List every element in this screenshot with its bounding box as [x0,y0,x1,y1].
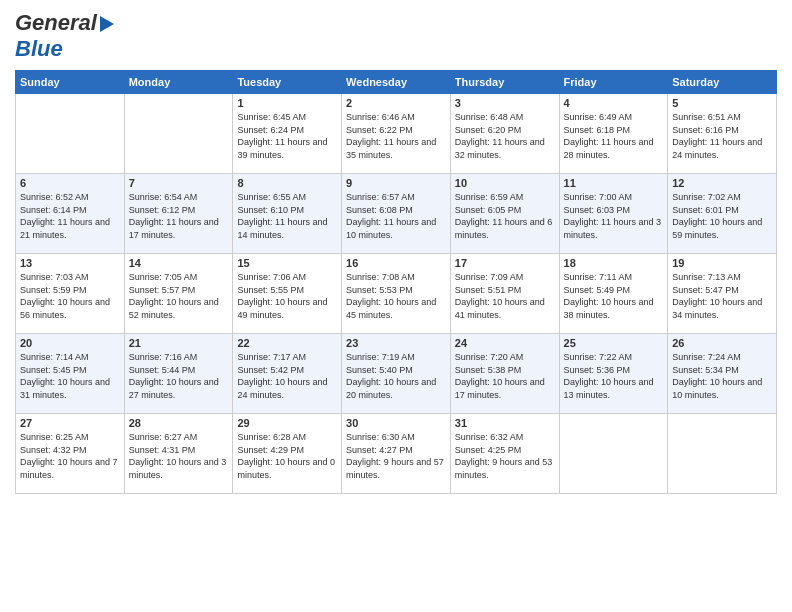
day-content: Sunrise: 6:48 AMSunset: 6:20 PMDaylight:… [455,112,545,160]
day-content: Sunrise: 7:03 AMSunset: 5:59 PMDaylight:… [20,272,110,320]
day-cell: 25Sunrise: 7:22 AMSunset: 5:36 PMDayligh… [559,334,668,414]
day-number: 13 [20,257,120,269]
day-cell: 10Sunrise: 6:59 AMSunset: 6:05 PMDayligh… [450,174,559,254]
day-cell: 15Sunrise: 7:06 AMSunset: 5:55 PMDayligh… [233,254,342,334]
day-content: Sunrise: 6:55 AMSunset: 6:10 PMDaylight:… [237,192,327,240]
day-content: Sunrise: 6:28 AMSunset: 4:29 PMDaylight:… [237,432,335,480]
day-number: 31 [455,417,555,429]
day-number: 17 [455,257,555,269]
day-cell: 11Sunrise: 7:00 AMSunset: 6:03 PMDayligh… [559,174,668,254]
day-cell: 22Sunrise: 7:17 AMSunset: 5:42 PMDayligh… [233,334,342,414]
day-content: Sunrise: 7:02 AMSunset: 6:01 PMDaylight:… [672,192,762,240]
day-number: 7 [129,177,229,189]
day-cell: 29Sunrise: 6:28 AMSunset: 4:29 PMDayligh… [233,414,342,494]
logo-general: General [15,10,97,36]
day-cell [559,414,668,494]
day-content: Sunrise: 7:13 AMSunset: 5:47 PMDaylight:… [672,272,762,320]
day-cell: 27Sunrise: 6:25 AMSunset: 4:32 PMDayligh… [16,414,125,494]
day-cell: 23Sunrise: 7:19 AMSunset: 5:40 PMDayligh… [342,334,451,414]
day-content: Sunrise: 6:46 AMSunset: 6:22 PMDaylight:… [346,112,436,160]
day-content: Sunrise: 6:49 AMSunset: 6:18 PMDaylight:… [564,112,654,160]
day-cell [668,414,777,494]
day-cell: 28Sunrise: 6:27 AMSunset: 4:31 PMDayligh… [124,414,233,494]
day-cell: 26Sunrise: 7:24 AMSunset: 5:34 PMDayligh… [668,334,777,414]
day-content: Sunrise: 7:05 AMSunset: 5:57 PMDaylight:… [129,272,219,320]
day-number: 14 [129,257,229,269]
day-cell: 2Sunrise: 6:46 AMSunset: 6:22 PMDaylight… [342,94,451,174]
day-cell: 5Sunrise: 6:51 AMSunset: 6:16 PMDaylight… [668,94,777,174]
day-cell: 19Sunrise: 7:13 AMSunset: 5:47 PMDayligh… [668,254,777,334]
day-content: Sunrise: 7:20 AMSunset: 5:38 PMDaylight:… [455,352,545,400]
day-cell: 14Sunrise: 7:05 AMSunset: 5:57 PMDayligh… [124,254,233,334]
header-cell-sunday: Sunday [16,71,125,94]
header-cell-wednesday: Wednesday [342,71,451,94]
header-cell-thursday: Thursday [450,71,559,94]
day-content: Sunrise: 6:25 AMSunset: 4:32 PMDaylight:… [20,432,118,480]
day-cell: 9Sunrise: 6:57 AMSunset: 6:08 PMDaylight… [342,174,451,254]
day-content: Sunrise: 6:45 AMSunset: 6:24 PMDaylight:… [237,112,327,160]
logo-blue: Blue [15,36,63,61]
header-cell-monday: Monday [124,71,233,94]
day-content: Sunrise: 6:30 AMSunset: 4:27 PMDaylight:… [346,432,444,480]
day-content: Sunrise: 6:54 AMSunset: 6:12 PMDaylight:… [129,192,219,240]
day-number: 29 [237,417,337,429]
day-number: 25 [564,337,664,349]
day-cell: 16Sunrise: 7:08 AMSunset: 5:53 PMDayligh… [342,254,451,334]
day-number: 2 [346,97,446,109]
header-cell-saturday: Saturday [668,71,777,94]
day-cell: 6Sunrise: 6:52 AMSunset: 6:14 PMDaylight… [16,174,125,254]
day-number: 6 [20,177,120,189]
header-row: SundayMondayTuesdayWednesdayThursdayFrid… [16,71,777,94]
day-content: Sunrise: 7:00 AMSunset: 6:03 PMDaylight:… [564,192,662,240]
day-content: Sunrise: 7:11 AMSunset: 5:49 PMDaylight:… [564,272,654,320]
day-content: Sunrise: 6:51 AMSunset: 6:16 PMDaylight:… [672,112,762,160]
day-number: 16 [346,257,446,269]
logo-arrow-icon [100,16,114,32]
day-number: 18 [564,257,664,269]
day-number: 11 [564,177,664,189]
day-number: 26 [672,337,772,349]
week-row-3: 13Sunrise: 7:03 AMSunset: 5:59 PMDayligh… [16,254,777,334]
day-content: Sunrise: 7:08 AMSunset: 5:53 PMDaylight:… [346,272,436,320]
calendar-container: General Blue SundayMondayTuesdayWednesda… [0,0,792,612]
day-content: Sunrise: 6:59 AMSunset: 6:05 PMDaylight:… [455,192,553,240]
day-cell [124,94,233,174]
day-content: Sunrise: 7:19 AMSunset: 5:40 PMDaylight:… [346,352,436,400]
day-number: 24 [455,337,555,349]
calendar-table: SundayMondayTuesdayWednesdayThursdayFrid… [15,70,777,494]
week-row-2: 6Sunrise: 6:52 AMSunset: 6:14 PMDaylight… [16,174,777,254]
week-row-1: 1Sunrise: 6:45 AMSunset: 6:24 PMDaylight… [16,94,777,174]
day-cell: 30Sunrise: 6:30 AMSunset: 4:27 PMDayligh… [342,414,451,494]
day-cell: 4Sunrise: 6:49 AMSunset: 6:18 PMDaylight… [559,94,668,174]
day-content: Sunrise: 7:17 AMSunset: 5:42 PMDaylight:… [237,352,327,400]
day-number: 4 [564,97,664,109]
day-number: 30 [346,417,446,429]
day-cell: 21Sunrise: 7:16 AMSunset: 5:44 PMDayligh… [124,334,233,414]
day-cell: 8Sunrise: 6:55 AMSunset: 6:10 PMDaylight… [233,174,342,254]
day-cell [16,94,125,174]
day-cell: 18Sunrise: 7:11 AMSunset: 5:49 PMDayligh… [559,254,668,334]
day-number: 27 [20,417,120,429]
day-cell: 13Sunrise: 7:03 AMSunset: 5:59 PMDayligh… [16,254,125,334]
day-content: Sunrise: 7:24 AMSunset: 5:34 PMDaylight:… [672,352,762,400]
week-row-4: 20Sunrise: 7:14 AMSunset: 5:45 PMDayligh… [16,334,777,414]
day-content: Sunrise: 6:27 AMSunset: 4:31 PMDaylight:… [129,432,227,480]
day-cell: 24Sunrise: 7:20 AMSunset: 5:38 PMDayligh… [450,334,559,414]
day-cell: 31Sunrise: 6:32 AMSunset: 4:25 PMDayligh… [450,414,559,494]
day-number: 15 [237,257,337,269]
header-cell-tuesday: Tuesday [233,71,342,94]
day-number: 20 [20,337,120,349]
day-cell: 20Sunrise: 7:14 AMSunset: 5:45 PMDayligh… [16,334,125,414]
day-content: Sunrise: 7:16 AMSunset: 5:44 PMDaylight:… [129,352,219,400]
day-number: 19 [672,257,772,269]
day-number: 5 [672,97,772,109]
day-cell: 3Sunrise: 6:48 AMSunset: 6:20 PMDaylight… [450,94,559,174]
day-number: 10 [455,177,555,189]
header-cell-friday: Friday [559,71,668,94]
day-cell: 17Sunrise: 7:09 AMSunset: 5:51 PMDayligh… [450,254,559,334]
logo: General Blue [15,10,114,62]
header: General Blue [15,10,777,62]
day-cell: 12Sunrise: 7:02 AMSunset: 6:01 PMDayligh… [668,174,777,254]
day-content: Sunrise: 7:09 AMSunset: 5:51 PMDaylight:… [455,272,545,320]
day-content: Sunrise: 7:14 AMSunset: 5:45 PMDaylight:… [20,352,110,400]
